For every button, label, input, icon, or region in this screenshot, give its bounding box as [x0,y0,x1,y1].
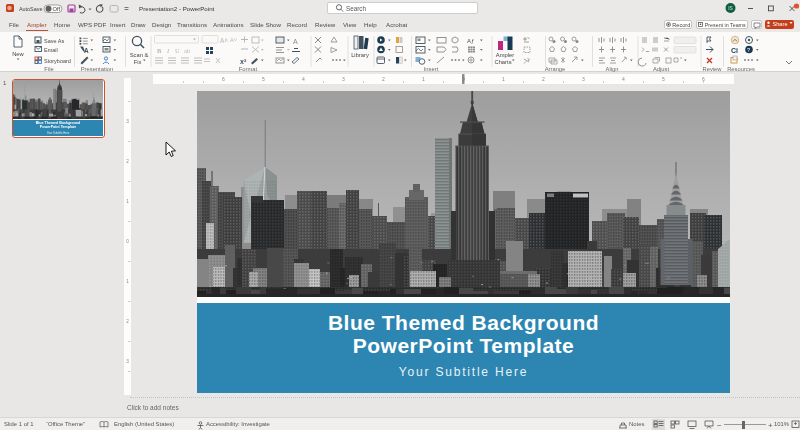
svg-text:6: 6 [702,76,705,82]
svg-text:Fix: Fix [134,59,142,65]
svg-text:B: B [157,47,162,54]
svg-text:New: New [12,51,24,57]
svg-text:2: 2 [382,76,385,82]
svg-text:3: 3 [126,359,129,364]
svg-text:ab: ab [184,47,190,54]
svg-text:0: 0 [126,239,129,244]
svg-text:A: A [84,47,89,54]
svg-text:A: A [293,38,298,45]
svg-text:Adjust: Adjust [653,66,670,72]
svg-text:A˅: A˅ [230,37,237,43]
svg-text:Storyboard: Storyboard [44,58,71,64]
svg-text:IS: IS [728,6,733,11]
svg-text:Presentation: Presentation [81,66,114,72]
svg-text:Resources: Resources [727,66,755,72]
svg-text:5: 5 [262,76,265,82]
svg-text:Format: Format [239,66,258,72]
svg-text:6: 6 [222,76,225,82]
svg-text:Aƒ: Aƒ [467,38,474,44]
svg-text:I: I [166,47,170,54]
svg-text:3: 3 [342,76,345,82]
svg-text:Library: Library [351,52,369,58]
svg-text:1: 1 [502,76,505,82]
svg-text:Charts: Charts [494,59,511,65]
svg-text:U: U [175,47,180,54]
svg-text:A˄: A˄ [220,37,228,44]
svg-text:Review: Review [702,66,722,72]
svg-text:Align: Align [606,66,619,72]
svg-text:4: 4 [302,76,305,82]
svg-text:2: 2 [126,159,129,164]
svg-text:File: File [44,66,53,72]
svg-text:Ci: Ci [731,47,738,54]
svg-text:2: 2 [542,76,545,82]
svg-text:2: 2 [126,319,129,324]
svg-text:Insert: Insert [424,66,439,72]
svg-text:Ampler: Ampler [496,52,514,58]
svg-text:3: 3 [582,76,585,82]
svg-text:3: 3 [126,119,129,124]
svg-text:Arrange: Arrange [545,66,566,72]
svg-text:5: 5 [662,76,665,82]
svg-text:Save As: Save As [44,38,64,44]
svg-text:4: 4 [622,76,625,82]
svg-text:Email: Email [44,47,58,53]
svg-text:x²: x² [240,58,247,65]
svg-text:?: ? [747,47,750,53]
svg-text:Scan &: Scan & [130,52,149,58]
svg-text:1: 1 [126,199,129,204]
svg-text:1: 1 [422,76,425,82]
svg-text:1: 1 [126,279,129,284]
